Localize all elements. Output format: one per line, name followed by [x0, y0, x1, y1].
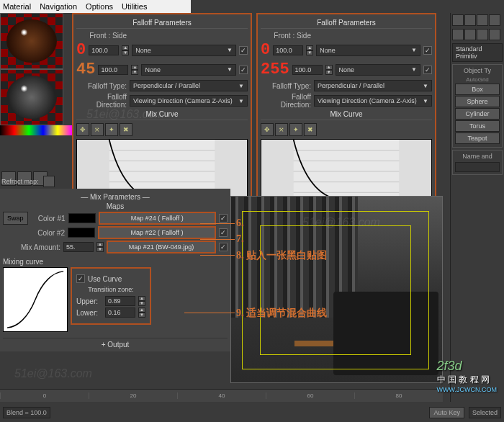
teapot-button[interactable]: Teapot — [455, 133, 500, 144]
curve-move-icon[interactable]: ✥ — [261, 123, 274, 136]
time-slider[interactable]: 0 20 40 60 80 — [0, 389, 443, 402]
mix-amount-map-checkbox[interactable]: ✓ — [219, 243, 228, 251]
menu-material[interactable]: Material — [3, 2, 31, 11]
refract-label: Refract map: — [1, 178, 39, 185]
spinner-arrows[interactable]: ▲▼ — [138, 296, 145, 306]
refract-map-button[interactable] — [43, 176, 55, 187]
color1-map-checkbox[interactable]: ✓ — [219, 214, 228, 223]
lights-icon[interactable] — [477, 29, 488, 40]
side-amount-spinner[interactable]: 100.0 — [98, 65, 128, 75]
lower-label: Lower: — [76, 309, 102, 317]
curve-delete-icon[interactable]: ✖ — [120, 123, 132, 136]
output-rollout-header[interactable]: + Output — [3, 338, 228, 349]
side-map-enable-checkbox[interactable]: ✓ — [239, 66, 248, 74]
curve-delete-icon[interactable]: ✖ — [304, 123, 317, 136]
front-map-enable-checkbox[interactable]: ✓ — [239, 46, 248, 55]
curve-toolbar: ✥ ⤧ ✦ ✖ — [261, 123, 432, 136]
geometry-icon[interactable] — [452, 29, 464, 40]
mix-curve-graph[interactable] — [261, 139, 432, 204]
side-map-enable-checkbox[interactable]: ✓ — [423, 66, 432, 74]
hierarchy-tab-icon[interactable] — [477, 14, 488, 26]
curve-move-icon[interactable]: ✥ — [76, 123, 89, 136]
spinner-arrows[interactable]: ▲▼ — [138, 307, 145, 318]
falloff-direction-dropdown[interactable]: Viewing Direction (Camera Z-Axis)▼ — [130, 95, 248, 107]
autogrid-label: AutoGrid — [455, 76, 500, 83]
key-filter-dropdown[interactable]: Selected — [469, 407, 501, 418]
name-color-header: Name and — [455, 153, 500, 160]
curve-toolbar: ✥ ⤧ ✦ ✖ — [76, 123, 248, 136]
status-blend: Blend = 100.0 — [3, 407, 50, 418]
mix-amount-spinner[interactable]: 55. — [63, 242, 94, 252]
use-curve-checkbox[interactable]: ✓ — [76, 274, 85, 283]
falloff-type-label: Falloff Type: — [76, 82, 127, 90]
color2-label: Color #2 — [30, 229, 65, 237]
shapes-icon[interactable] — [464, 29, 476, 40]
mix-curve-header: Mix Curve — [261, 110, 432, 120]
falloff-direction-dropdown[interactable]: Viewing Direction (Camera Z-Axis)▼ — [314, 95, 432, 107]
lower-spinner[interactable]: 0.16 — [105, 307, 135, 318]
annotation-line-7 — [200, 239, 235, 240]
autokey-button[interactable]: Auto Key — [429, 407, 464, 418]
menu-navigation[interactable]: Navigation — [40, 2, 77, 11]
color2-map-checkbox[interactable]: ✓ — [219, 228, 228, 237]
color2-map-button[interactable]: Map #22 ( Falloff ) — [98, 226, 216, 239]
material-slot-colorbar — [0, 125, 72, 135]
box-button[interactable]: Box — [455, 84, 500, 95]
curve-add-point-icon[interactable]: ✦ — [289, 123, 302, 136]
side-amount-spinner[interactable]: 100.0 — [292, 65, 323, 75]
sphere-button[interactable]: Sphere — [455, 96, 500, 107]
annotation-line-9 — [184, 313, 235, 313]
falloff-direction-label: Falloff Direction: — [76, 93, 127, 109]
cameras-icon[interactable] — [489, 29, 500, 40]
swap-button[interactable]: Swap — [3, 212, 28, 225]
spinner-arrows[interactable]: ▲▼ — [131, 65, 138, 75]
material-preview-column — [0, 13, 72, 135]
curve-scale-icon[interactable]: ⤧ — [275, 123, 288, 136]
front-side-label: Front : Side — [76, 32, 127, 40]
mix-parameters-panel: — Mix Parameters — Maps Swap Color #1 Ma… — [0, 189, 230, 351]
falloff-direction-label: Falloff Direction: — [261, 93, 311, 109]
menu-options[interactable]: Options — [86, 2, 113, 11]
object-name-input[interactable] — [455, 162, 500, 172]
upper-spinner[interactable]: 0.89 — [105, 296, 135, 306]
spinner-arrows[interactable]: ▲▼ — [122, 45, 129, 55]
color2-swatch[interactable] — [68, 228, 95, 238]
spinner-arrows[interactable]: ▲▼ — [96, 242, 104, 252]
falloff-type-dropdown[interactable]: Perpendicular / Parallel▼ — [314, 80, 432, 91]
curve-scale-icon[interactable]: ⤧ — [91, 123, 104, 136]
material-slot-1[interactable] — [0, 13, 63, 69]
torus-button[interactable]: Torus — [455, 120, 500, 132]
modify-tab-icon[interactable] — [464, 14, 476, 26]
spinner-arrows[interactable]: ▲▼ — [306, 45, 313, 55]
front-map-dropdown[interactable]: None▼ — [132, 45, 236, 56]
mix-amount-map-button[interactable]: Map #21 (BW-049.jpg) — [107, 241, 216, 253]
front-amount-spinner[interactable]: 100.0 — [273, 45, 303, 55]
mixing-curve-graph[interactable] — [3, 267, 68, 332]
color1-swatch[interactable] — [68, 213, 96, 223]
object-type-header: Object Ty — [455, 67, 500, 74]
tick-80: 80 — [354, 392, 443, 399]
watermark-faint: 51ei@163.com — [302, 216, 380, 229]
create-tab-icon[interactable] — [452, 14, 464, 26]
side-map-dropdown[interactable]: None▼ — [336, 64, 420, 76]
front-amount-spinner[interactable]: 100.0 — [89, 45, 119, 55]
side-map-dropdown[interactable]: None▼ — [141, 64, 236, 76]
color1-map-button[interactable]: Map #24 ( Falloff ) — [99, 212, 216, 225]
menu-utilities[interactable]: Utilities — [122, 2, 147, 11]
cylinder-button[interactable]: Cylinder — [455, 108, 500, 120]
status-bar: Blend = 100.0 Auto Key Selected — [0, 403, 504, 422]
falloff-header: Falloff Parameters — [261, 19, 432, 29]
primitive-category-dropdown[interactable]: Standard Primitiv — [452, 43, 503, 62]
front-value-display: 0 — [76, 41, 86, 59]
command-panel: Standard Primitiv Object Ty AutoGrid Box… — [450, 13, 504, 402]
annotation-line-8 — [200, 255, 235, 256]
curve-add-point-icon[interactable]: ✦ — [105, 123, 118, 136]
motion-tab-icon[interactable] — [489, 14, 500, 26]
front-map-enable-checkbox[interactable]: ✓ — [423, 46, 432, 55]
front-map-dropdown[interactable]: None▼ — [316, 45, 420, 56]
falloff-panel-2: Falloff Parameters Front : Side 0 100.0 … — [256, 13, 436, 208]
material-slot-2[interactable] — [0, 69, 63, 125]
safe-frame-inner — [260, 225, 411, 355]
spinner-arrows[interactable]: ▲▼ — [325, 65, 333, 75]
falloff-type-dropdown[interactable]: Perpendicular / Parallel▼ — [130, 80, 248, 91]
